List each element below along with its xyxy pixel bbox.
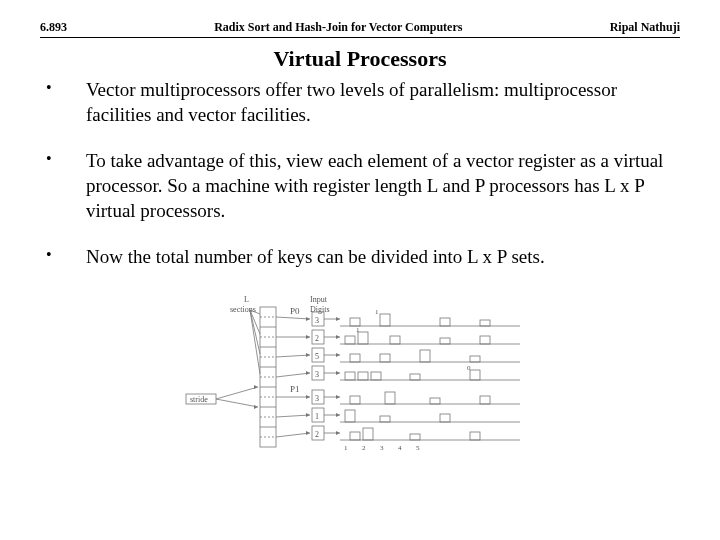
svg-text:2: 2 bbox=[315, 334, 319, 343]
bullet-dot: • bbox=[40, 149, 86, 170]
svg-text:3: 3 bbox=[315, 316, 319, 325]
svg-marker-103 bbox=[336, 431, 340, 435]
label-digits: Digits bbox=[310, 305, 330, 314]
author-name: Ripal Nathuji bbox=[610, 20, 680, 35]
course-number: 6.893 bbox=[40, 20, 67, 35]
svg-line-17 bbox=[250, 310, 260, 374]
label-sections: sections bbox=[230, 305, 256, 314]
slide-title: Virtual Processors bbox=[40, 46, 680, 72]
svg-marker-101 bbox=[336, 413, 340, 417]
svg-rect-72 bbox=[371, 372, 381, 380]
svg-marker-46 bbox=[306, 395, 310, 399]
svg-text:2: 2 bbox=[315, 430, 319, 439]
svg-rect-83 bbox=[380, 416, 390, 422]
svg-marker-22 bbox=[254, 405, 258, 409]
svg-text:1: 1 bbox=[344, 444, 348, 452]
svg-text:1: 1 bbox=[315, 412, 319, 421]
list-item: • Now the total number of keys can be di… bbox=[40, 245, 680, 270]
svg-line-20 bbox=[216, 399, 258, 407]
figure-virtual-processors: L sections Input Digits bbox=[180, 292, 540, 462]
svg-rect-77 bbox=[350, 396, 360, 404]
bullet-list: • Vector multiprocessors offer two level… bbox=[40, 78, 680, 270]
svg-rect-68 bbox=[470, 356, 480, 362]
svg-text:3: 3 bbox=[315, 370, 319, 379]
svg-text:3: 3 bbox=[380, 444, 384, 452]
svg-rect-80 bbox=[480, 396, 490, 404]
label-input: Input bbox=[310, 295, 328, 304]
label-p0: P0 bbox=[290, 306, 300, 316]
svg-marker-38 bbox=[306, 317, 310, 321]
svg-marker-40 bbox=[306, 335, 310, 339]
svg-rect-89 bbox=[470, 432, 480, 440]
label-stride: stride bbox=[190, 395, 208, 404]
svg-marker-21 bbox=[254, 385, 258, 389]
paper-title: Radix Sort and Hash-Join for Vector Comp… bbox=[67, 20, 610, 35]
slide-header: 6.893 Radix Sort and Hash-Join for Vecto… bbox=[40, 20, 680, 38]
svg-text:1: 1 bbox=[356, 326, 360, 334]
svg-line-47 bbox=[276, 415, 310, 417]
svg-rect-87 bbox=[363, 428, 373, 440]
label-L: L bbox=[244, 295, 249, 304]
svg-rect-54 bbox=[440, 318, 450, 326]
bullet-text: Now the total number of keys can be divi… bbox=[86, 245, 680, 270]
histogram-rows: 1 1 0 bbox=[340, 308, 520, 440]
svg-line-19 bbox=[216, 387, 258, 399]
svg-rect-52 bbox=[350, 318, 360, 326]
bullet-text: Vector multiprocessors offer two levels … bbox=[86, 78, 680, 127]
svg-marker-42 bbox=[306, 353, 310, 357]
svg-rect-58 bbox=[345, 336, 355, 344]
bullet-text: To take advantage of this, view each ele… bbox=[86, 149, 680, 223]
svg-marker-99 bbox=[336, 395, 340, 399]
svg-rect-74 bbox=[470, 370, 480, 380]
list-item: • To take advantage of this, view each e… bbox=[40, 149, 680, 223]
svg-rect-53 bbox=[380, 314, 390, 326]
svg-rect-67 bbox=[420, 350, 430, 362]
list-item: • Vector multiprocessors offer two level… bbox=[40, 78, 680, 127]
bullet-dot: • bbox=[40, 78, 86, 99]
svg-rect-78 bbox=[385, 392, 395, 404]
svg-rect-70 bbox=[345, 372, 355, 380]
label-p1: P1 bbox=[290, 384, 300, 394]
svg-rect-88 bbox=[410, 434, 420, 440]
svg-rect-65 bbox=[350, 354, 360, 362]
svg-rect-73 bbox=[410, 374, 420, 380]
svg-marker-93 bbox=[336, 335, 340, 339]
svg-rect-71 bbox=[358, 372, 368, 380]
svg-rect-82 bbox=[345, 410, 355, 422]
svg-marker-48 bbox=[306, 413, 310, 417]
bullet-dot: • bbox=[40, 245, 86, 266]
svg-rect-55 bbox=[480, 320, 490, 326]
svg-rect-66 bbox=[380, 354, 390, 362]
svg-text:4: 4 bbox=[398, 444, 402, 452]
svg-marker-97 bbox=[336, 371, 340, 375]
svg-text:3: 3 bbox=[315, 394, 319, 403]
svg-rect-86 bbox=[350, 432, 360, 440]
slide-page: 6.893 Radix Sort and Hash-Join for Vecto… bbox=[0, 0, 720, 472]
svg-rect-79 bbox=[430, 398, 440, 404]
svg-marker-44 bbox=[306, 371, 310, 375]
svg-line-16 bbox=[250, 310, 260, 354]
svg-text:5: 5 bbox=[416, 444, 420, 452]
svg-rect-59 bbox=[358, 332, 368, 344]
svg-line-41 bbox=[276, 355, 310, 357]
svg-rect-62 bbox=[480, 336, 490, 344]
svg-text:0: 0 bbox=[467, 364, 471, 372]
svg-rect-84 bbox=[440, 414, 450, 422]
svg-marker-50 bbox=[306, 431, 310, 435]
svg-line-49 bbox=[276, 433, 310, 437]
svg-marker-91 bbox=[336, 317, 340, 321]
digit-column: 3 2 5 3 3 1 2 bbox=[312, 312, 324, 440]
svg-text:1: 1 bbox=[375, 308, 379, 316]
svg-text:5: 5 bbox=[315, 352, 319, 361]
svg-line-43 bbox=[276, 373, 310, 377]
svg-text:2: 2 bbox=[362, 444, 366, 452]
svg-line-37 bbox=[276, 317, 310, 319]
svg-rect-61 bbox=[440, 338, 450, 344]
svg-rect-60 bbox=[390, 336, 400, 344]
svg-marker-95 bbox=[336, 353, 340, 357]
